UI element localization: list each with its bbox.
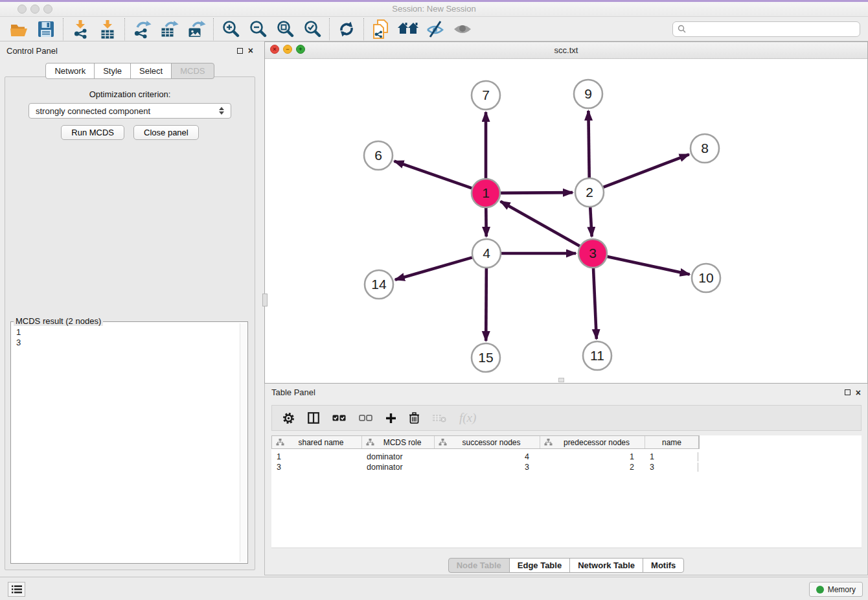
export-table-button[interactable] <box>155 18 183 40</box>
cell-successor-nodes[interactable]: 3 <box>434 463 540 472</box>
close-panel-icon[interactable]: × <box>248 46 253 55</box>
memory-button[interactable]: Memory <box>809 582 863 597</box>
save-session-button[interactable] <box>32 18 60 40</box>
graph-edge-3-1[interactable] <box>501 202 580 246</box>
tab-motifs[interactable]: Motifs <box>643 558 684 573</box>
deselect-all-button[interactable] <box>359 415 372 421</box>
run-mcds-button[interactable]: Run MCDS <box>61 125 124 140</box>
hierarchy-icon <box>276 439 284 446</box>
graph-node-label: 9 <box>584 86 592 101</box>
gear-icon <box>282 412 295 424</box>
hide-graphics-details-button[interactable] <box>422 18 449 40</box>
import-table-icon <box>98 19 117 39</box>
apply-layout-button[interactable] <box>333 18 360 40</box>
cell-mcds-role[interactable]: dominator <box>361 463 434 472</box>
graph-edge-3-10[interactable] <box>607 257 689 275</box>
graph-edge-4-14[interactable] <box>395 257 472 279</box>
table-row[interactable]: 3dominator323 <box>271 462 862 472</box>
zoom-out-button[interactable] <box>244 18 271 40</box>
graph-edge-2-3[interactable] <box>590 207 591 237</box>
column-header-predecessor-nodes[interactable]: predecessor nodes <box>540 436 645 448</box>
graph-node-label: 11 <box>590 348 604 363</box>
criterion-select[interactable]: strongly connected component <box>29 103 231 119</box>
zoom-in-button[interactable] <box>217 18 244 40</box>
select-all-icon <box>332 415 346 421</box>
first-neighbors-button[interactable] <box>394 18 422 40</box>
cell-shared-name[interactable]: 3 <box>271 463 361 472</box>
tab-node-table[interactable]: Node Table <box>448 558 510 573</box>
cell-successor-nodes[interactable]: 4 <box>434 452 540 461</box>
network-window: × − + scc.txt 1234678910111415 <box>264 41 868 384</box>
column-header-successor-nodes[interactable]: successor nodes <box>435 436 540 448</box>
mcds-result-text: 1 3 <box>11 325 238 562</box>
table-tabs: Node Table Edge Table Network Table Moti… <box>265 558 867 573</box>
column-header-mcds-role[interactable]: MCDS role <box>362 436 435 448</box>
graph-edge-3-11[interactable] <box>593 268 597 339</box>
tab-network-table[interactable]: Network Table <box>569 558 643 573</box>
cell-name[interactable]: 1 <box>645 452 698 461</box>
splitter-handle[interactable] <box>262 294 268 306</box>
network-canvas[interactable]: 1234678910111415 <box>265 59 867 383</box>
result-scrollbar[interactable] <box>240 323 246 562</box>
import-network-icon <box>71 19 90 39</box>
tab-edge-table[interactable]: Edge Table <box>509 558 570 573</box>
search-input[interactable] <box>689 25 855 34</box>
export-image-button[interactable] <box>183 18 210 40</box>
float-panel-icon[interactable] <box>237 48 243 54</box>
open-session-icon <box>10 21 28 37</box>
open-session-button[interactable] <box>5 18 32 40</box>
cell-shared-name[interactable]: 1 <box>271 452 361 461</box>
cell-predecessor-nodes[interactable]: 2 <box>540 463 645 472</box>
optimization-criterion-label: Optimization criterion: <box>5 89 255 99</box>
tab-style[interactable]: Style <box>94 63 131 79</box>
apply-layout-icon <box>337 20 356 38</box>
function-builder-label: f(x) <box>459 411 476 425</box>
search-field[interactable] <box>672 21 860 37</box>
delete-row-button[interactable] <box>409 412 419 424</box>
graph-node-label: 14 <box>371 277 387 292</box>
save-session-icon <box>38 21 54 38</box>
toolbar-separator <box>363 18 364 40</box>
export-network-button[interactable] <box>128 18 155 40</box>
cell-name[interactable]: 3 <box>645 463 698 472</box>
graph-edge-1-2[interactable] <box>501 192 573 193</box>
tab-mcds[interactable]: MCDS <box>171 63 214 79</box>
export-network-icon <box>132 19 152 39</box>
tab-network[interactable]: Network <box>45 63 95 79</box>
column-header-name[interactable]: name <box>645 436 699 448</box>
table-panel-header: Table Panel × <box>265 384 867 401</box>
cell-predecessor-nodes[interactable]: 1 <box>540 452 645 461</box>
column-header-shared-name[interactable]: shared name <box>272 436 362 448</box>
new-network-from-selection-button[interactable] <box>367 18 394 40</box>
split-view-button[interactable] <box>308 412 319 424</box>
new-network-from-selection-icon <box>371 19 391 40</box>
add-row-button[interactable] <box>385 413 396 424</box>
graph-svg[interactable]: 1234678910111415 <box>265 59 867 384</box>
zoom-selected-button[interactable] <box>299 18 326 40</box>
close-panel-button[interactable]: Close panel <box>133 125 199 140</box>
network-window-title: scc.txt <box>265 45 867 55</box>
search-icon <box>678 25 686 33</box>
zoom-fit-icon <box>276 20 294 38</box>
mcds-result-group: MCDS result (2 nodes) 1 3 <box>10 321 248 564</box>
graph-edge-4-15[interactable] <box>486 268 486 341</box>
table-row[interactable]: 1dominator411 <box>271 452 862 462</box>
import-table-button[interactable] <box>94 18 121 40</box>
zoom-out-icon <box>249 20 267 38</box>
float-panel-icon[interactable] <box>845 389 851 395</box>
select-all-button[interactable] <box>332 415 346 421</box>
graph-edge-1-6[interactable] <box>394 161 472 189</box>
cell-mcds-role[interactable]: dominator <box>361 452 434 461</box>
tab-select[interactable]: Select <box>130 63 172 79</box>
gear-button[interactable] <box>282 412 295 424</box>
graph-edge-2-8[interactable] <box>603 154 689 187</box>
node-table: shared name MCDS role successor nodes pr… <box>271 435 862 548</box>
close-panel-icon[interactable]: × <box>856 388 861 397</box>
graph-edge-2-9[interactable] <box>588 111 589 178</box>
zoom-fit-button[interactable] <box>271 18 299 40</box>
task-history-button[interactable] <box>8 582 25 597</box>
show-graphics-details-button[interactable] <box>449 18 476 40</box>
import-network-button[interactable] <box>67 18 94 40</box>
splitter-handle[interactable] <box>558 378 564 382</box>
hierarchy-icon <box>544 439 553 446</box>
